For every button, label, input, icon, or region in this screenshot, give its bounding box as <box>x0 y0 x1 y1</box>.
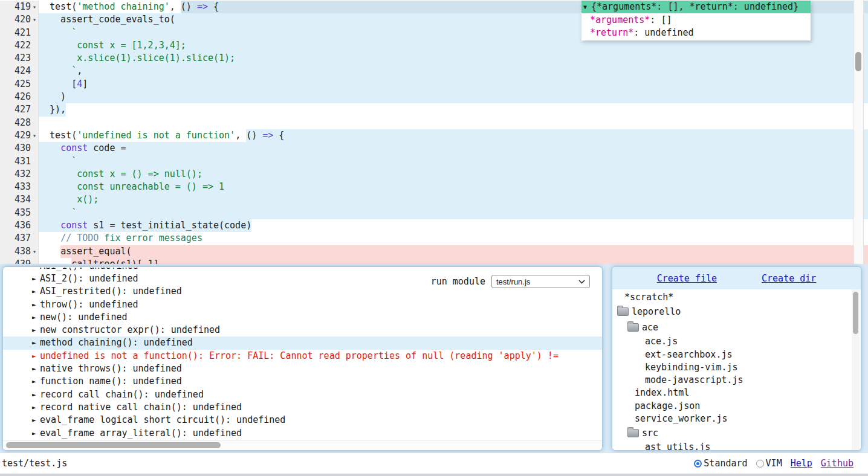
expand-triangle-icon[interactable]: ► <box>32 272 40 285</box>
editor-line[interactable]: 434▾ x(); <box>0 193 868 206</box>
tree-item-keybinding-vim-js[interactable]: keybinding-vim.js <box>612 361 861 374</box>
line-number-gutter[interactable]: 425▾ <box>0 78 39 91</box>
console-entry-clipped[interactable]: ►ASI_1(): undefined <box>3 268 602 272</box>
code-line-text[interactable]: ` <box>39 155 868 168</box>
keybinding-option-standard[interactable]: Standard <box>694 458 747 469</box>
console-entry[interactable]: ►record call chain(): undefined <box>3 388 602 401</box>
code-line-text[interactable]: // TODO fix error messages <box>39 232 868 245</box>
code-line-text[interactable]: calltree(s1)[-1] <box>39 258 868 264</box>
console-scrollbar-thumb[interactable] <box>6 442 221 448</box>
editor-line[interactable]: 424▾ `, <box>0 65 868 77</box>
line-number-gutter[interactable]: 423▾ <box>0 52 39 65</box>
radio-unselected-icon[interactable] <box>756 460 764 468</box>
line-number-gutter[interactable]: 431▾ <box>0 155 39 168</box>
code-line-text[interactable]: const x = () => null(); <box>39 168 868 181</box>
editor-line[interactable]: 428▾ <box>0 117 868 129</box>
tree-item-index-html[interactable]: index.html <box>612 387 861 399</box>
tree-scrollbar-thumb[interactable] <box>853 292 858 334</box>
line-number-gutter[interactable]: 419▾ <box>0 1 39 13</box>
tree-item-mode-javascript-js[interactable]: mode-javascript.js <box>612 374 861 387</box>
code-line-text[interactable]: assert_equal( <box>39 245 868 258</box>
line-number-gutter[interactable]: 437▾ <box>0 232 39 245</box>
code-line-text[interactable] <box>39 117 868 129</box>
console-entry[interactable]: ►new constructor expr(): undefined <box>3 324 602 336</box>
fold-arrow-icon[interactable]: ▾ <box>31 245 38 258</box>
eval-widget-row[interactable]: *return*: undefined <box>581 27 811 39</box>
editor-line[interactable]: 425▾ [4] <box>0 78 868 91</box>
console-entry[interactable]: ►ASI_1(): undefined <box>3 268 602 272</box>
editor-line[interactable]: 436▾ const s1 = test_initial_state(code) <box>0 219 868 232</box>
tree-item-package-json[interactable]: package.json <box>612 400 861 413</box>
console-entry[interactable]: ►eval_frame array_literal(): undefined <box>3 427 602 440</box>
fold-arrow-icon[interactable]: ▾ <box>31 1 38 13</box>
expand-triangle-icon[interactable]: ► <box>32 414 40 426</box>
tree-item-service-worker-js[interactable]: service_worker.js <box>612 413 861 425</box>
editor-line[interactable]: 429▾ test('undefined is not a function',… <box>0 129 868 142</box>
line-number-gutter[interactable]: 430▾ <box>0 142 39 155</box>
editor-scrollbar-thumb[interactable] <box>855 52 861 71</box>
line-number-gutter[interactable]: 421▾ <box>0 27 39 39</box>
create-file-link[interactable]: Create file <box>657 273 717 284</box>
editor-vertical-scrollbar[interactable] <box>853 0 864 264</box>
console-entry[interactable]: ►throw(): undefined <box>3 298 602 311</box>
console-entry[interactable]: ►new(): undefined <box>3 311 602 324</box>
expand-triangle-icon[interactable]: ► <box>32 362 40 375</box>
github-link[interactable]: Github <box>821 458 853 469</box>
line-number-gutter[interactable]: 433▾ <box>0 181 39 193</box>
line-number-gutter[interactable]: 422▾ <box>0 39 39 52</box>
keybinding-option-vim[interactable]: VIM <box>756 458 782 469</box>
line-number-gutter[interactable]: 424▾ <box>0 65 39 77</box>
console-entry[interactable]: ►method chaining(): undefined <box>3 336 602 349</box>
expand-triangle-icon[interactable]: ► <box>32 298 40 311</box>
line-number-gutter[interactable]: 435▾ <box>0 207 39 219</box>
fold-arrow-icon[interactable]: ▾ <box>31 13 38 26</box>
editor-line[interactable]: 437▾ // TODO fix error messages <box>0 232 868 245</box>
editor-line[interactable]: 427▾ }), <box>0 103 868 116</box>
editor-line[interactable]: 430▾ const code = <box>0 142 868 155</box>
module-select[interactable]: test/run.js <box>491 275 590 288</box>
console-entry[interactable]: ►record native call chain(): undefined <box>3 401 602 414</box>
expand-triangle-icon[interactable]: ► <box>32 375 40 388</box>
expand-triangle-icon[interactable]: ► <box>32 350 40 362</box>
line-number-gutter[interactable]: 439▾ <box>0 258 39 264</box>
line-number-gutter[interactable]: 429▾ <box>0 129 39 142</box>
expand-triangle-icon[interactable]: ► <box>32 427 40 440</box>
code-editor[interactable]: 419▾ test('method chaining', () => {420▾… <box>0 0 868 264</box>
console-entry[interactable]: ►function name(): undefined <box>3 375 602 388</box>
expand-triangle-icon[interactable]: ► <box>32 268 40 272</box>
eval-widget-header[interactable]: ▼{*arguments*: [], *return*: undefined} <box>581 1 811 13</box>
radio-selected-icon[interactable] <box>694 460 702 468</box>
console-entry[interactable]: ►undefined is not a function(): Error: F… <box>3 350 602 362</box>
expand-triangle-icon[interactable]: ► <box>32 324 40 336</box>
line-number-gutter[interactable]: 428▾ <box>0 117 39 129</box>
tree-item-ace-js[interactable]: ace.js <box>612 335 861 348</box>
line-number-gutter[interactable]: 432▾ <box>0 168 39 181</box>
code-line-text[interactable]: const unreachable = () => 1 <box>39 181 868 193</box>
tree-item-src[interactable]: src <box>612 425 861 441</box>
editor-line[interactable]: 426▾ ) <box>0 91 868 103</box>
fold-arrow-icon[interactable]: ▾ <box>31 129 38 142</box>
create-dir-link[interactable]: Create dir <box>762 273 816 284</box>
tree-item-ext-searchbox-js[interactable]: ext-searchbox.js <box>612 349 861 361</box>
line-number-gutter[interactable]: 427▾ <box>0 103 39 116</box>
line-number-gutter[interactable]: 436▾ <box>0 219 39 232</box>
code-line-text[interactable]: const s1 = test_initial_state(code) <box>39 219 868 232</box>
code-line-text[interactable]: x.slice(1).slice(1).slice(1); <box>39 52 868 65</box>
collapse-triangle-icon[interactable]: ▼ <box>583 1 591 13</box>
tree-item-ace[interactable]: ace <box>612 320 861 335</box>
expand-triangle-icon[interactable]: ► <box>32 388 40 401</box>
line-number-gutter[interactable]: 434▾ <box>0 193 39 206</box>
help-link[interactable]: Help <box>791 458 812 469</box>
eval-widget-row[interactable]: *arguments*: [] <box>581 14 811 27</box>
code-line-text[interactable]: x(); <box>39 193 868 206</box>
editor-line[interactable]: 438▾ assert_equal( <box>0 245 868 258</box>
editor-line[interactable]: 433▾ const unreachable = () => 1 <box>0 181 868 193</box>
editor-line[interactable]: 431▾ ` <box>0 155 868 168</box>
console-entry[interactable]: ►native throws(): undefined <box>3 362 602 375</box>
line-number-gutter[interactable]: 438▾ <box>0 245 39 258</box>
editor-line[interactable]: 422▾ const x = [1,2,3,4]; <box>0 39 868 52</box>
expand-triangle-icon[interactable]: ► <box>32 285 40 298</box>
code-line-text[interactable]: const code = <box>39 142 868 155</box>
editor-line[interactable]: 432▾ const x = () => null(); <box>0 168 868 181</box>
tree-item-ast-utils-js[interactable]: ast_utils.js <box>612 441 861 450</box>
